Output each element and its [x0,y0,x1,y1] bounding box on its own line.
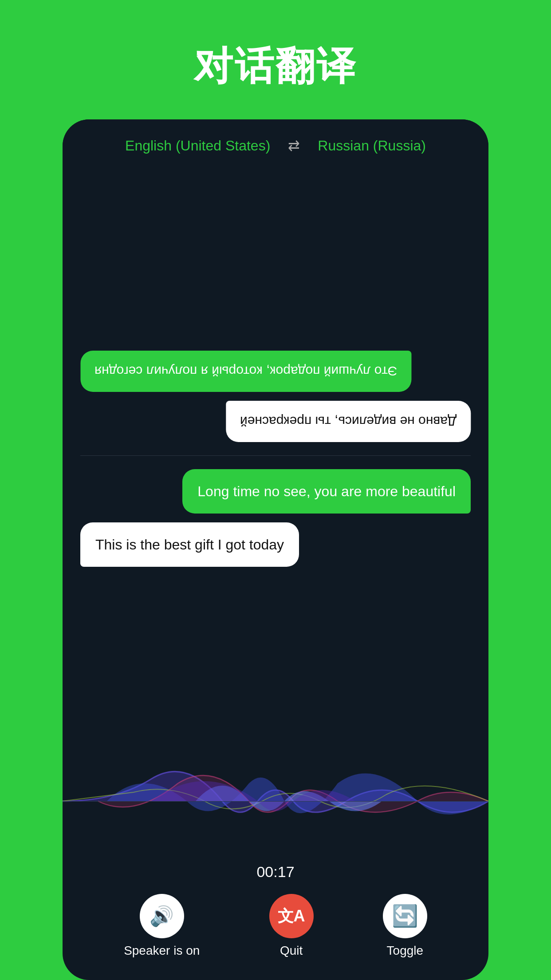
english-message-white: This is the best gift I got today [80,522,299,567]
quit-icon: 文A [278,905,305,927]
quit-label: Quit [280,944,303,958]
speaker-label: Speaker is on [124,944,200,958]
quit-button[interactable]: 文A Quit [269,894,314,958]
toggle-label: Toggle [387,944,424,958]
russian-message-white: Давно не виделись, ты прекрасней [226,401,471,442]
page-title: 对话翻译 [194,40,357,93]
quit-circle: 文A [269,894,314,938]
toggle-button[interactable]: 🔄 Toggle [383,894,427,958]
target-language[interactable]: Russian (Russia) [318,138,426,154]
toggle-circle: 🔄 [383,894,427,938]
source-language[interactable]: English (United States) [125,138,270,154]
speaker-button[interactable]: 🔊 Speaker is on [124,894,200,958]
speaker-icon: 🔊 [150,905,174,928]
swap-languages-icon[interactable]: ⇄ [288,137,300,154]
russian-message-green: Это лучший подарок, который я получил се… [80,351,411,392]
english-message-green: Long time no see, you are more beautiful [182,469,471,514]
bottom-controls: 🔊 Speaker is on 文A Quit 🔄 Toggle [63,885,488,980]
waveform-display [63,743,488,859]
language-bar: English (United States) ⇄ Russian (Russi… [63,119,488,167]
upper-chat-section: Это лучший подарок, который я получил се… [63,167,488,455]
lower-chat-section: Long time no see, you are more beautiful… [63,456,488,744]
phone-frame: English (United States) ⇄ Russian (Russi… [63,119,488,980]
toggle-icon: 🔄 [392,904,418,929]
recording-timer: 00:17 [63,859,488,885]
speaker-circle: 🔊 [140,894,184,938]
